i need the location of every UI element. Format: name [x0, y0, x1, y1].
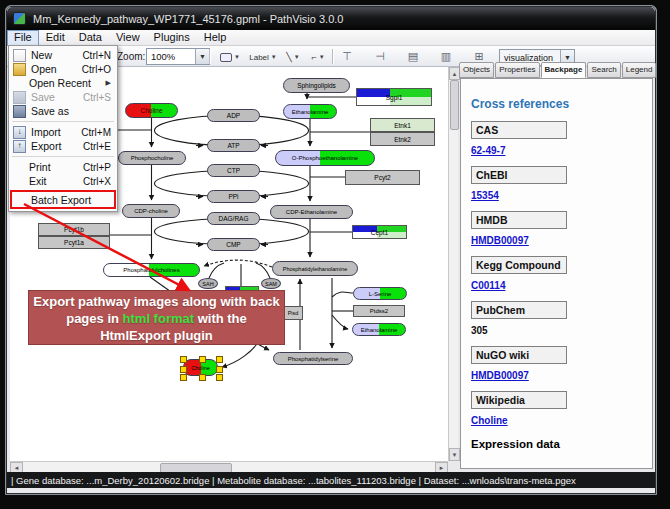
- section-link[interactable]: 15354: [471, 190, 642, 201]
- tab-properties[interactable]: Properties: [495, 62, 539, 78]
- node-choline[interactable]: Choline: [125, 103, 178, 118]
- file-menu-item-open[interactable]: OpenCtrl+O: [10, 62, 116, 76]
- node-ptdss2[interactable]: Ptdss2: [353, 305, 405, 317]
- title-bar[interactable]: Mm_Kennedy_pathway_WP1771_45176.gpml - P…: [7, 7, 655, 30]
- menu-help[interactable]: Help: [197, 30, 234, 46]
- node-label: ADP: [227, 112, 240, 119]
- selection-handle[interactable]: [180, 366, 187, 373]
- file-menu-item-import[interactable]: ↓ImportCtrl+M: [10, 125, 116, 139]
- node-label: CDP-Ethanolamine: [286, 209, 337, 215]
- node-ethanolamine[interactable]: Ethanolamine: [283, 104, 337, 119]
- node-o-phosphoethanolamine[interactable]: O-Phosphoethanolamine: [275, 150, 375, 166]
- chevron-down-icon[interactable]: ▼: [195, 49, 209, 64]
- selection-handle[interactable]: [216, 374, 223, 381]
- chevron-down-icon: ▼: [271, 54, 277, 60]
- new-datanode-button[interactable]: ▼: [214, 48, 246, 66]
- menu-item-shortcut: Ctrl+S: [83, 92, 111, 103]
- node-cdp-choline[interactable]: CDP-choline: [122, 204, 180, 218]
- node-phosphocholine[interactable]: Phosphocholine: [118, 151, 186, 165]
- tab-backpage[interactable]: Backpage: [541, 62, 587, 78]
- node-dag-rag[interactable]: DAG/RAG: [207, 212, 260, 225]
- node-sphingolipids[interactable]: Sphingolipids: [283, 78, 350, 93]
- node-pisd[interactable]: Pisd: [283, 306, 303, 320]
- tab-legend[interactable]: Legend: [622, 62, 656, 78]
- node-label: Phosphatidylserine: [288, 356, 339, 362]
- align-center-x-icon[interactable]: ⊤: [339, 48, 355, 64]
- node-pcyt1a[interactable]: Pcyt1a: [38, 236, 110, 249]
- chevron-down-icon: ▼: [319, 54, 325, 60]
- vscroll-thumb[interactable]: [450, 80, 459, 130]
- zoom-combobox[interactable]: 100% ▼: [146, 48, 210, 65]
- file-menu-item-batch-export[interactable]: Batch Export: [10, 190, 116, 209]
- node-label: DAG/RAG: [219, 215, 249, 222]
- selection-handle[interactable]: [199, 356, 206, 363]
- selection-handle[interactable]: [216, 356, 223, 363]
- file-menu-item-open-recent[interactable]: Open Recent▶: [10, 76, 116, 90]
- backpage-panel[interactable]: Cross references CAS62-49-7ChEBI15354HMD…: [460, 78, 653, 469]
- node-ethanolamine[interactable]: Ethanolamine: [352, 323, 406, 336]
- file-menu-item-save-as[interactable]: Save as: [10, 104, 116, 118]
- scroll-down-icon[interactable]: ▼: [449, 448, 460, 461]
- blank-icon: [13, 176, 24, 187]
- common-height-icon[interactable]: ▤: [405, 48, 421, 64]
- selection-handle[interactable]: [216, 366, 223, 373]
- section-link[interactable]: HMDB00097: [471, 370, 642, 381]
- new-label-button[interactable]: Label ▼: [243, 48, 283, 66]
- node-sam[interactable]: SAM: [261, 278, 281, 289]
- node-etnk1[interactable]: Etnk1: [370, 118, 435, 132]
- blank-icon: [13, 162, 24, 173]
- node-sgpl1[interactable]: Sgpl1: [356, 88, 432, 106]
- menu-edit[interactable]: Edit: [39, 30, 72, 46]
- common-width-icon[interactable]: ▥: [438, 48, 454, 64]
- menu-plugins[interactable]: Plugins: [147, 30, 197, 46]
- backpage-section-chebi: ChEBI15354: [471, 166, 642, 201]
- selection-handle[interactable]: [180, 356, 187, 363]
- file-menu-item-exit[interactable]: ExitCtrl+X: [10, 174, 116, 188]
- section-link[interactable]: 62-49-7: [471, 145, 642, 156]
- menu-file[interactable]: File: [7, 30, 39, 46]
- annotation-callout: Export pathway images along with back pa…: [28, 290, 285, 345]
- app-icon: [13, 12, 26, 25]
- section-header: NuGO wiki: [471, 346, 567, 364]
- node-phosphatidylcholines[interactable]: Phosphatidylcholines: [103, 263, 200, 277]
- label-button-text: Label: [249, 53, 269, 62]
- node-cmp[interactable]: CMP: [207, 238, 260, 251]
- selection-handle[interactable]: [199, 374, 206, 381]
- menu-item-label: Print: [29, 161, 51, 173]
- section-link[interactable]: HMDB00097: [471, 235, 642, 246]
- tab-search[interactable]: Search: [587, 62, 620, 78]
- node-sah[interactable]: SAH: [198, 278, 218, 289]
- file-menu-item-export[interactable]: ↑ExportCtrl+E: [10, 139, 116, 153]
- vertical-scrollbar[interactable]: ▲ ▼: [448, 67, 458, 461]
- node-phosphatidylethanolamine[interactable]: Phosphatidylethanolamine: [272, 261, 358, 276]
- file-menu-item-print[interactable]: PrintCtrl+P: [10, 160, 116, 174]
- node-cept1[interactable]: Cept1: [352, 225, 407, 239]
- node-label: L-Serine: [369, 291, 392, 297]
- node-phosphatidylserine[interactable]: Phosphatidylserine: [273, 352, 353, 365]
- node-ctp[interactable]: CTP: [207, 164, 260, 177]
- section-link[interactable]: Choline: [471, 415, 642, 426]
- align-center-y-icon[interactable]: ⊣: [372, 48, 388, 64]
- node-adp[interactable]: ADP: [207, 109, 260, 122]
- horizontal-scrollbar[interactable]: ◄ ►: [10, 461, 448, 472]
- node-atp[interactable]: ATP: [207, 139, 260, 152]
- node-etnk2[interactable]: Etnk2: [370, 132, 435, 146]
- node-label: Ptdss2: [370, 308, 388, 314]
- node-cdp-ethanolamine[interactable]: CDP-Ethanolamine: [270, 205, 353, 219]
- menu-view[interactable]: View: [109, 30, 147, 46]
- new-connector-button[interactable]: ⌐ ▼: [303, 48, 333, 66]
- menu-item-label: Export: [31, 140, 61, 152]
- menu-item-shortcut: Ctrl+M: [81, 127, 111, 138]
- node-pcyt2[interactable]: Pcyt2: [345, 170, 420, 185]
- node-pcyt1b[interactable]: Pcyt1b: [38, 223, 110, 236]
- node-ppi[interactable]: PPi: [207, 190, 260, 203]
- section-link[interactable]: C00114: [471, 280, 642, 291]
- backpage-sections: CAS62-49-7ChEBI15354HMDBHMDB00097Kegg Co…: [471, 121, 642, 426]
- file-menu-item-save[interactable]: SaveCtrl+S: [10, 90, 116, 104]
- file-menu-item-new[interactable]: NewCtrl+N: [10, 48, 116, 62]
- node-label: Ethanolamine: [361, 327, 398, 333]
- menu-data[interactable]: Data: [72, 30, 109, 46]
- node-l-serine[interactable]: L-Serine: [353, 287, 407, 300]
- tab-objects[interactable]: Objects: [459, 62, 494, 78]
- selection-handle[interactable]: [180, 374, 187, 381]
